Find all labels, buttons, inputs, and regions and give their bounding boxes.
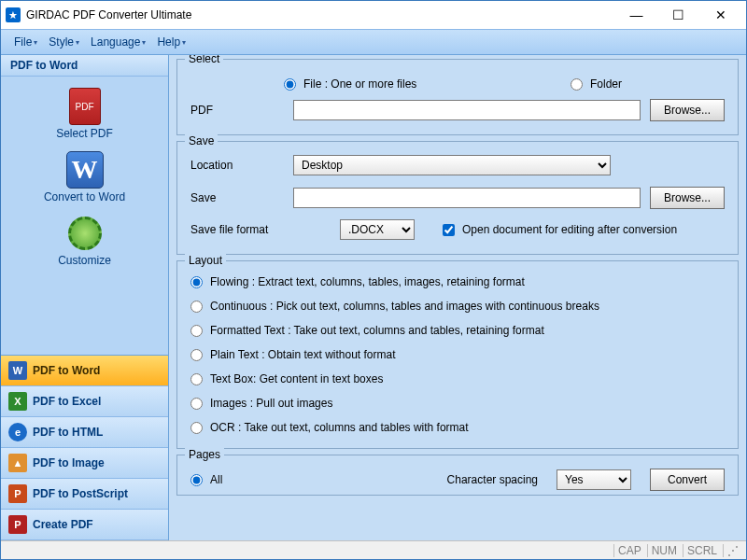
format-label: Save file format [190, 223, 331, 236]
pages-all[interactable]: All [190, 473, 222, 486]
gear-icon [66, 215, 104, 252]
layout-plain[interactable]: Plain Text : Obtain text without format [190, 348, 725, 361]
sidebar-nav: W PDF to Word X PDF to Excel e PDF to HT… [1, 355, 168, 540]
image-icon: ▲ [8, 454, 27, 472]
layout-images[interactable]: Images : Pull out images [190, 397, 725, 410]
all-radio[interactable] [190, 474, 203, 486]
plain-radio[interactable] [190, 349, 203, 361]
customize-action[interactable]: Customize [54, 211, 115, 271]
images-radio[interactable] [190, 398, 203, 410]
open-after-label[interactable]: Open document for editing after conversi… [443, 223, 677, 236]
nav-pdf-to-image[interactable]: ▲ PDF to Image [1, 448, 168, 479]
chevron-down-icon: ▾ [142, 38, 146, 47]
main-panel: Select File : One or more files Folder P… [169, 55, 746, 540]
group-title: Pages [185, 448, 224, 461]
layout-flowing[interactable]: Flowing : Extract text, columns, tables,… [190, 275, 725, 288]
status-num: NUM [647, 544, 681, 557]
browse-pdf-button[interactable]: Browse... [650, 99, 725, 121]
layout-ocr[interactable]: OCR : Take out text, columns and tables … [190, 421, 725, 434]
postscript-icon: P [8, 484, 27, 503]
layout-group: Layout Flowing : Extract text, columns, … [176, 260, 739, 449]
status-scrl: SCRL [683, 544, 721, 557]
word-doc-icon: W [66, 151, 104, 189]
nav-pdf-to-postscript[interactable]: P PDF to PostScript [1, 479, 168, 510]
charspacing-select[interactable]: Yes [557, 469, 631, 490]
nav-label: PDF to HTML [33, 426, 103, 439]
file-radio[interactable] [284, 78, 296, 91]
convert-word-action[interactable]: W Convert to Word [40, 147, 129, 207]
folder-radio-text: Folder [590, 77, 622, 91]
pdf-icon: P [8, 515, 27, 534]
file-radio-label[interactable]: File : One or more files [284, 77, 416, 91]
save-label: Save [190, 191, 284, 204]
layout-textbox[interactable]: Text Box: Get content in text boxes [190, 372, 725, 385]
window-controls: — ☐ ✕ [615, 2, 741, 28]
sidebar-spacer [1, 274, 168, 355]
titlebar: ★ GIRDAC PDF Converter Ultimate — ☐ ✕ [1, 1, 746, 29]
menubar: File▾ Style▾ Language▾ Help▾ [1, 29, 746, 55]
pdf-path-input[interactable] [293, 100, 641, 120]
folder-radio[interactable] [571, 78, 583, 91]
status-cap: CAP [613, 544, 645, 557]
open-after-checkbox[interactable] [443, 224, 455, 236]
group-title: Select [185, 55, 223, 65]
convert-word-label: Convert to Word [44, 190, 125, 203]
file-radio-text: File : One or more files [303, 77, 416, 91]
pdf-doc-icon: PDF [66, 88, 104, 125]
save-group: Save Location Desktop Save Browse... Sav… [176, 141, 739, 255]
group-title: Save [185, 134, 218, 147]
maximize-button[interactable]: ☐ [657, 2, 699, 28]
nav-pdf-to-word[interactable]: W PDF to Word [1, 356, 168, 386]
open-after-text: Open document for editing after conversi… [462, 223, 677, 236]
select-pdf-action[interactable]: PDF Select PDF [52, 84, 117, 144]
menu-help[interactable]: Help▾ [151, 32, 191, 52]
flowing-radio[interactable] [190, 276, 203, 288]
excel-icon: X [8, 392, 27, 411]
nav-label: PDF to Image [33, 456, 105, 469]
nav-label: PDF to Word [33, 364, 100, 377]
sidebar-header: PDF to Word [1, 55, 168, 77]
ie-icon: e [8, 423, 27, 441]
save-path-input[interactable] [293, 188, 641, 208]
sidebar: PDF to Word PDF Select PDF W Convert to … [1, 55, 169, 540]
main-body: PDF to Word PDF Select PDF W Convert to … [1, 55, 746, 540]
browse-save-button[interactable]: Browse... [650, 187, 725, 209]
menu-style[interactable]: Style▾ [43, 32, 85, 52]
convert-button[interactable]: Convert [650, 469, 725, 491]
nav-create-pdf[interactable]: P Create PDF [1, 510, 168, 540]
location-select[interactable]: Desktop [293, 155, 611, 175]
chevron-down-icon: ▾ [76, 38, 79, 47]
nav-pdf-to-excel[interactable]: X PDF to Excel [1, 386, 168, 417]
textbox-radio[interactable] [190, 373, 203, 385]
format-select[interactable]: .DOCX [340, 219, 415, 240]
layout-formatted[interactable]: Formatted Text : Take out text, columns … [190, 324, 725, 337]
minimize-button[interactable]: — [615, 2, 657, 28]
location-label: Location [190, 159, 284, 172]
close-button[interactable]: ✕ [699, 2, 741, 28]
layout-continuous[interactable]: Continuous : Pick out text, columns, tab… [190, 300, 725, 313]
nav-label: PDF to Excel [33, 395, 101, 408]
formatted-radio[interactable] [190, 325, 203, 337]
app-icon: ★ [6, 7, 21, 22]
window-title: GIRDAC PDF Converter Ultimate [26, 8, 615, 21]
nav-label: Create PDF [33, 518, 93, 531]
continuous-radio[interactable] [190, 301, 203, 313]
ocr-radio[interactable] [190, 422, 203, 434]
group-title: Layout [185, 254, 226, 267]
folder-radio-label[interactable]: Folder [571, 77, 622, 91]
menu-language[interactable]: Language▾ [85, 32, 151, 52]
nav-label: PDF to PostScript [33, 487, 128, 500]
nav-pdf-to-html[interactable]: e PDF to HTML [1, 417, 168, 448]
menu-file[interactable]: File▾ [8, 32, 43, 52]
chevron-down-icon: ▾ [182, 38, 186, 47]
sidebar-actions: PDF Select PDF W Convert to Word Customi… [1, 77, 168, 274]
resize-grip-icon[interactable]: ⋰ [723, 544, 742, 557]
pdf-label: PDF [190, 104, 284, 117]
charspacing-label: Character spacing [447, 473, 538, 486]
chevron-down-icon: ▾ [34, 38, 37, 47]
select-group: Select File : One or more files Folder P… [176, 59, 739, 135]
app-window: ★ GIRDAC PDF Converter Ultimate — ☐ ✕ Fi… [0, 0, 747, 560]
statusbar: CAP NUM SCRL ⋰ [1, 540, 746, 559]
select-pdf-label: Select PDF [56, 127, 113, 140]
word-icon: W [8, 361, 27, 380]
